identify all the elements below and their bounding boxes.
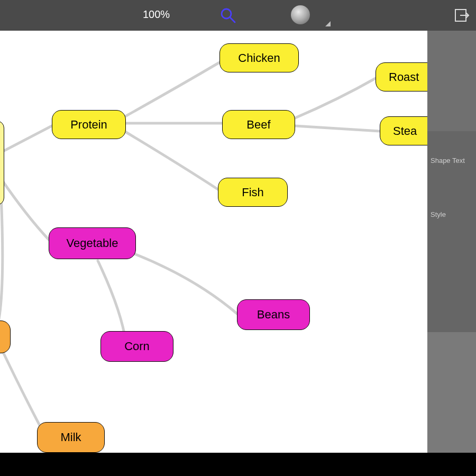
node-chicken[interactable]: Chicken bbox=[219, 43, 299, 72]
node-milk[interactable]: Milk bbox=[37, 422, 105, 453]
color-picker-button[interactable] bbox=[291, 5, 310, 24]
node-protein[interactable]: Protein bbox=[52, 110, 126, 139]
sidebar: Shape Text Style bbox=[427, 31, 476, 453]
sidebar-panel-top[interactable] bbox=[427, 31, 476, 131]
node-corn[interactable]: Corn bbox=[100, 331, 173, 362]
node-label: Corn bbox=[124, 340, 150, 353]
node-beans[interactable]: Beans bbox=[237, 299, 310, 330]
zoom-level[interactable]: 100% bbox=[143, 8, 170, 21]
panel-label-shape-text: Shape Text bbox=[431, 157, 465, 164]
node-dairy[interactable] bbox=[0, 321, 11, 353]
top-toolbar: 100% bbox=[0, 0, 476, 31]
sidebar-panel-bottom[interactable] bbox=[427, 332, 476, 453]
sidebar-panel-mid[interactable]: Shape Text Style bbox=[427, 131, 476, 332]
node-label: Chicken bbox=[238, 51, 280, 65]
node-root[interactable] bbox=[0, 121, 4, 205]
node-label: Fish bbox=[242, 186, 264, 199]
node-vegetable[interactable]: Vegetable bbox=[49, 227, 136, 259]
color-dropdown-indicator bbox=[325, 21, 331, 26]
diagram-canvas[interactable]: Protein Chicken Beef Fish Roast Stea Veg… bbox=[0, 31, 427, 453]
bottom-bar bbox=[0, 453, 476, 476]
node-label: Protein bbox=[70, 118, 107, 132]
node-label: Milk bbox=[60, 431, 81, 444]
node-roast[interactable]: Roast bbox=[376, 62, 427, 91]
app-root: 100% bbox=[0, 0, 476, 476]
svg-line-1 bbox=[230, 17, 235, 22]
node-label: Stea bbox=[393, 124, 417, 138]
node-label: Roast bbox=[389, 70, 419, 84]
node-beef[interactable]: Beef bbox=[222, 110, 295, 139]
search-icon[interactable] bbox=[219, 6, 237, 24]
node-fish[interactable]: Fish bbox=[218, 178, 288, 207]
node-label: Beans bbox=[257, 308, 290, 322]
node-label: Beef bbox=[246, 118, 270, 132]
node-steak[interactable]: Stea bbox=[380, 116, 427, 145]
export-icon[interactable] bbox=[454, 7, 470, 23]
panel-label-style: Style bbox=[431, 210, 446, 218]
node-label: Vegetable bbox=[67, 236, 118, 250]
